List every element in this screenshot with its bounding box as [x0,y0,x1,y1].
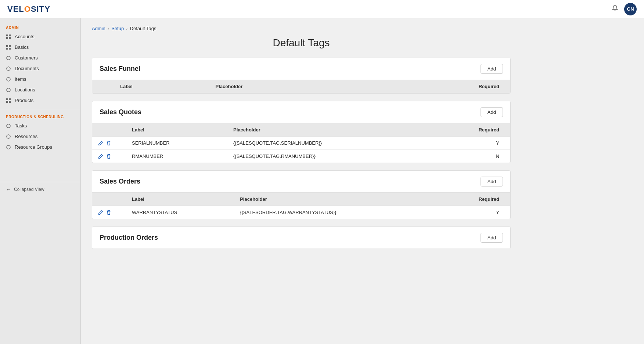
svg-point-8 [7,56,10,60]
svg-point-17 [7,135,10,138]
sidebar: ADMIN Accounts Basics Customers Document… [0,18,81,344]
sales-orders-title: Sales Orders [100,178,140,185]
svg-rect-2 [6,37,8,39]
svg-rect-7 [9,48,11,50]
so-row1-actions [92,206,126,219]
svg-rect-3 [9,37,11,39]
items-icon [6,77,11,82]
documents-icon [6,66,11,71]
production-orders-header: Production Orders Add [92,227,510,249]
so-row1-edit-icon[interactable] [98,210,103,215]
production-orders-add-button[interactable]: Add [481,233,503,243]
sq-row1-delete-icon[interactable] [106,141,111,146]
sidebar-item-accounts[interactable]: Accounts [0,31,80,42]
accounts-icon [6,34,11,39]
breadcrumb-sep-2: › [126,26,127,31]
so-row1-label: WARRANTYSTATUS [126,206,234,219]
sidebar-item-basics[interactable]: Basics [0,42,80,52]
svg-point-18 [7,145,10,149]
app-body: ADMIN Accounts Basics Customers Document… [0,18,644,344]
page-title: Default Tags [92,37,511,49]
sales-quotes-add-button[interactable]: Add [481,107,503,117]
sq-col-placeholder-header: Placeholder [227,123,433,137]
svg-point-16 [7,124,10,128]
resource-groups-icon [6,145,11,150]
avatar[interactable]: GN [624,3,637,15]
sales-funnel-section: Sales Funnel Add Label Placeholder Requi… [92,58,511,94]
sq-row2-delete-icon[interactable] [106,154,111,159]
sidebar-item-items[interactable]: Items [0,74,80,84]
table-row: RMANUMBER {{SALESQUOTE.TAG.RMANUMBER}} N [92,150,510,163]
sq-row2-label: RMANUMBER [126,150,227,163]
collapsed-view-label: Collapsed View [14,187,44,192]
products-label: Products [15,98,33,103]
sales-orders-table: Label Placeholder Required [92,192,510,219]
sales-funnel-add-button[interactable]: Add [481,64,503,74]
sq-row2-placeholder: {{SALESQUOTE.TAG.RMANUMBER}} [227,150,433,163]
sq-row2-actions [92,150,126,163]
sidebar-divider [0,109,80,109]
so-col-label-header: Label [126,193,234,206]
collapsed-view-button[interactable]: ← Collapsed View [0,182,81,197]
svg-point-10 [7,77,10,81]
svg-rect-4 [6,45,8,47]
main-content: Admin › Setup › Default Tags Default Tag… [81,18,644,344]
sf-col-actions-header [92,80,114,93]
tasks-icon [6,123,11,128]
sidebar-item-products[interactable]: Products [0,95,80,106]
breadcrumb-admin[interactable]: Admin [92,26,105,31]
so-col-required-header: Required [439,193,510,206]
production-orders-section: Production Orders Add [92,227,511,249]
sq-row1-required: Y [433,137,510,150]
production-orders-title: Production Orders [100,234,158,242]
sq-row2-edit-icon[interactable] [98,154,103,159]
production-section-label: PRODUCTION & SCHEDULING [0,112,80,120]
sidebar-item-documents[interactable]: Documents [0,63,80,74]
sq-col-actions-header [92,123,126,137]
sidebar-item-tasks[interactable]: Tasks [0,120,80,131]
sidebar-item-resources[interactable]: Resources [0,131,80,142]
sales-quotes-table: Label Placeholder Required [92,123,510,163]
sf-col-placeholder-header: Placeholder [210,80,363,93]
so-row1-delete-icon[interactable] [106,210,111,215]
sq-row1-edit-icon[interactable] [98,141,103,146]
svg-rect-1 [9,35,11,36]
locations-icon [6,87,11,93]
sf-col-label-header: Label [114,80,210,93]
svg-point-9 [7,67,10,70]
sq-col-required-header: Required [433,123,510,137]
sales-orders-section: Sales Orders Add Label Placeholder Requi… [92,170,511,219]
breadcrumb: Admin › Setup › Default Tags [92,26,511,31]
products-icon [6,98,11,103]
sq-row2-required: N [433,150,510,163]
customers-label: Customers [15,55,38,61]
basics-icon [6,45,11,50]
sidebar-item-customers[interactable]: Customers [0,52,80,63]
sq-col-label-header: Label [126,123,227,137]
so-col-actions-header [92,193,126,206]
sales-quotes-table-body: SERIALNUMBER {{SALESQUOTE.TAG.SERIALNUMB… [92,137,510,163]
sales-funnel-table-header: Label Placeholder Required [92,80,510,93]
sales-funnel-table: Label Placeholder Required [92,80,510,93]
customers-icon [6,55,11,61]
sidebar-item-locations[interactable]: Locations [0,84,80,95]
svg-point-11 [7,88,10,92]
top-nav: VELOSITY GN [0,0,644,18]
sales-quotes-header: Sales Quotes Add [92,101,510,123]
nav-right: GN [612,3,637,15]
sales-orders-header: Sales Orders Add [92,171,510,192]
basics-label: Basics [15,44,29,50]
sidebar-item-resource-groups[interactable]: Resource Groups [0,142,80,152]
accounts-label: Accounts [15,34,34,39]
sales-orders-add-button[interactable]: Add [481,177,503,187]
bell-icon[interactable] [612,5,618,13]
breadcrumb-setup[interactable]: Setup [111,26,124,31]
logo[interactable]: VELOSITY [7,4,50,14]
logo-text: VELOSITY [7,4,50,14]
resources-label: Resources [15,134,37,139]
svg-rect-14 [6,101,8,103]
sales-quotes-table-header: Label Placeholder Required [92,123,510,137]
so-row1-required: Y [439,206,510,219]
svg-rect-6 [6,48,8,50]
so-col-placeholder-header: Placeholder [234,193,439,206]
